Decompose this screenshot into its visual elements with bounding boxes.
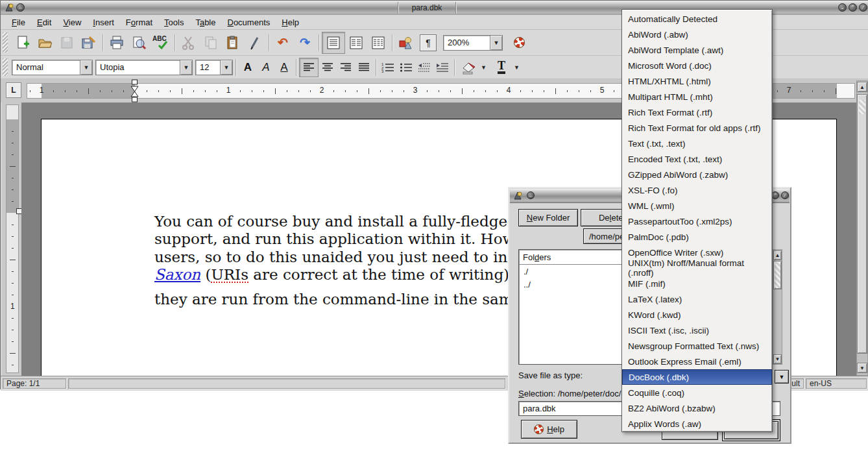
indent-markers[interactable] <box>130 79 139 103</box>
format-option[interactable]: UNIX(tm) Nroff/Manual format (.nroff) <box>622 260 772 276</box>
menu-view[interactable]: View <box>57 16 87 29</box>
font-size-value[interactable]: 12 <box>195 60 220 75</box>
paste-button[interactable] <box>222 32 244 53</box>
view-normal-button[interactable] <box>322 32 345 54</box>
close-button[interactable]: ∕ <box>859 3 867 12</box>
undo-button[interactable]: ↶ <box>272 32 294 53</box>
chevron-down-icon[interactable]: ▼ <box>481 64 487 71</box>
format-option[interactable]: GZipped AbiWord (.zabw) <box>622 167 772 182</box>
format-option[interactable]: Rich Text Format for old apps (.rtf) <box>622 120 772 136</box>
format-option[interactable]: Multipart HTML (.mht) <box>622 89 772 104</box>
format-option[interactable]: Coquille (.coq) <box>622 385 772 400</box>
format-option[interactable]: Newsgroup Formatted Text (.nws) <box>622 338 772 354</box>
dialog-close-button[interactable]: ∕ <box>781 191 789 199</box>
scrollbar-thumb[interactable] <box>773 261 782 289</box>
align-center-button[interactable] <box>319 58 337 77</box>
chevron-down-icon[interactable]: ▼ <box>490 35 503 51</box>
menu-file[interactable]: File <box>6 16 31 29</box>
menu-table[interactable]: Table <box>189 16 221 29</box>
print-button[interactable] <box>106 32 128 53</box>
document-text-line[interactable]: You can of course buy and install a full… <box>154 213 567 230</box>
vertical-ruler[interactable]: 1 <box>6 104 19 373</box>
files-list-scrollbar[interactable]: ▲ ▼ <box>773 249 782 365</box>
align-right-button[interactable] <box>337 58 355 77</box>
increase-indent-button[interactable] <box>433 58 452 77</box>
format-option[interactable]: MIF (.mif) <box>622 276 772 291</box>
chevron-down-icon[interactable]: ▼ <box>514 64 520 71</box>
copy-button[interactable] <box>200 32 222 53</box>
chevron-down-icon[interactable]: ▼ <box>180 60 193 75</box>
font-value[interactable]: Utopia <box>95 60 180 75</box>
maximize-button[interactable]: ⌃ <box>849 3 857 12</box>
dialog-help-button[interactable]: Help <box>521 420 577 439</box>
zoom-combobox[interactable]: 200% ▼ <box>443 35 503 51</box>
new-folder-button[interactable]: New Folder <box>518 209 578 226</box>
scroll-up-button[interactable]: ▲ <box>857 82 867 92</box>
chevron-down-icon[interactable]: ▼ <box>80 60 93 75</box>
bold-button[interactable]: A <box>239 58 257 77</box>
scroll-down-button[interactable]: ▼ <box>857 363 867 373</box>
menu-tools[interactable]: Tools <box>158 16 189 29</box>
align-left-button[interactable] <box>299 58 319 77</box>
view-three-columns-button[interactable] <box>367 32 389 53</box>
format-option[interactable]: WML (.wml) <box>622 198 772 213</box>
toolbar-grip[interactable] <box>3 32 8 52</box>
format-option[interactable]: LaTeX (.latex) <box>622 291 772 307</box>
shapes-icon-button[interactable] <box>395 32 417 53</box>
save-as-button[interactable] <box>78 32 100 53</box>
menu-edit[interactable]: Edit <box>31 16 57 29</box>
format-option[interactable]: Rich Text Format (.rtf) <box>622 104 772 120</box>
spellcheck-button[interactable]: ABC <box>150 32 172 53</box>
new-document-button[interactable] <box>12 32 34 53</box>
show-formatting-marks-toggle[interactable]: ¶ <box>420 34 437 51</box>
format-option[interactable]: ISCII Text (.isc, .iscii) <box>622 323 772 338</box>
highlight-color-button[interactable] <box>457 57 479 78</box>
menu-insert[interactable]: Insert <box>87 16 120 29</box>
document-text-line[interactable]: support, and run this application within… <box>154 230 551 248</box>
toolbar-grip[interactable] <box>3 58 8 76</box>
bulleted-list-button[interactable] <box>397 58 415 77</box>
font-size-combobox[interactable]: 12 ▼ <box>195 60 233 75</box>
underline-button[interactable]: A <box>275 58 293 77</box>
window-menu-button[interactable]: – <box>16 3 25 12</box>
format-option[interactable]: PassepartoutToo (.xml2ps) <box>622 213 772 229</box>
window-menu-button[interactable]: – <box>527 191 535 199</box>
redo-button[interactable]: ↷ <box>294 32 316 53</box>
format-option[interactable]: PalmDoc (.pdb) <box>622 229 772 245</box>
print-preview-button[interactable] <box>128 32 150 53</box>
scroll-down-button[interactable]: ▼ <box>773 354 782 364</box>
font-combobox[interactable]: Utopia ▼ <box>95 60 193 75</box>
format-option[interactable]: Microsoft Word (.doc) <box>622 58 772 73</box>
scrollbar-thumb[interactable] <box>857 94 867 354</box>
hyperlink[interactable]: Saxon <box>154 266 200 283</box>
tab-stop-selector[interactable]: L <box>6 82 21 98</box>
style-combobox[interactable]: Normal ▼ <box>12 60 93 75</box>
font-color-button[interactable]: T <box>490 57 512 78</box>
shade-button[interactable]: ⌄ <box>838 3 847 12</box>
scroll-up-button[interactable]: ▲ <box>773 250 782 260</box>
chevron-down-icon[interactable]: ▼ <box>220 60 233 75</box>
save-button[interactable] <box>56 32 78 53</box>
style-value[interactable]: Normal <box>12 60 80 75</box>
format-option[interactable]: DocBook (.dbk) <box>622 369 772 385</box>
help-button[interactable] <box>508 32 530 53</box>
language-indicator[interactable]: en-US <box>806 378 867 389</box>
open-file-button[interactable] <box>34 32 56 53</box>
zoom-value[interactable]: 200% <box>443 35 490 51</box>
format-option[interactable]: Outlook Express Email (.eml) <box>622 354 772 369</box>
format-option[interactable]: XSL-FO (.fo) <box>622 182 772 198</box>
menu-format[interactable]: Format <box>120 16 158 29</box>
menu-help[interactable]: Help <box>276 16 305 29</box>
format-option[interactable]: Encoded Text (.txt, .text) <box>622 151 772 167</box>
align-justify-button[interactable] <box>355 58 373 77</box>
format-option[interactable]: Automatically Detected <box>622 11 772 27</box>
decrease-indent-button[interactable] <box>415 58 433 77</box>
format-option[interactable]: KWord (.kwd) <box>622 307 772 323</box>
document-text-line[interactable]: users, so to do this unaided you just ne… <box>154 249 563 266</box>
pen-icon-button[interactable] <box>244 32 266 53</box>
format-option[interactable]: AbiWord Template (.awt) <box>622 42 772 58</box>
numbered-list-button[interactable]: 123 <box>379 58 397 77</box>
cut-button[interactable] <box>178 32 200 53</box>
file-type-combo-arrow[interactable]: ▼ <box>775 370 789 384</box>
format-option[interactable]: Text (.txt, .text) <box>622 136 772 151</box>
